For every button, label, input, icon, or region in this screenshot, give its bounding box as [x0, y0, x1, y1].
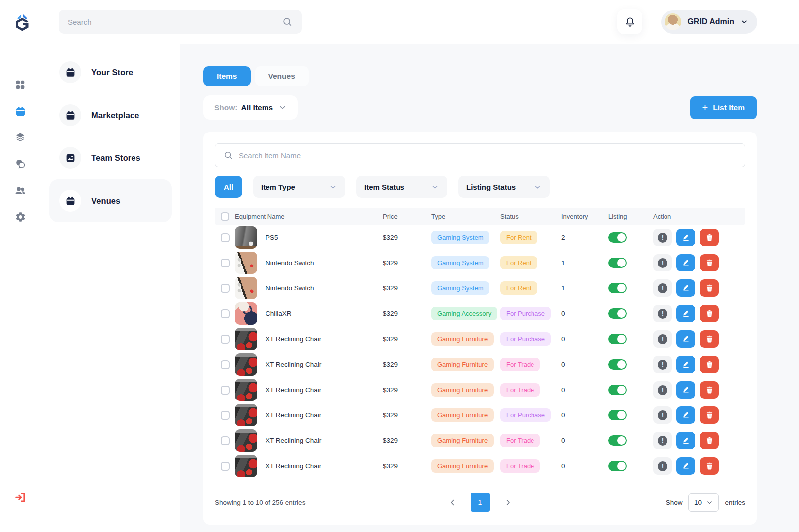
select-all-checkbox[interactable]: [221, 212, 229, 221]
edit-button[interactable]: [676, 406, 695, 424]
filter-item-status-dropdown[interactable]: Item Status: [356, 176, 447, 198]
trash-icon: [705, 284, 714, 292]
listing-toggle[interactable]: [608, 461, 627, 471]
notifications-button[interactable]: [617, 9, 642, 34]
listing-toggle[interactable]: [608, 258, 627, 268]
edit-button[interactable]: [676, 305, 695, 322]
delete-button[interactable]: [700, 279, 719, 297]
delete-button[interactable]: [700, 381, 719, 399]
listing-toggle[interactable]: [608, 283, 627, 293]
row-checkbox[interactable]: [221, 284, 230, 293]
sidebar-item-label: Team Stores: [91, 153, 140, 163]
pagination: 1: [448, 493, 513, 512]
trash-icon: [705, 462, 714, 470]
listing-toggle[interactable]: [608, 435, 627, 446]
edit-button[interactable]: [676, 432, 695, 449]
row-checkbox[interactable]: [221, 462, 230, 471]
edit-button[interactable]: [676, 254, 695, 271]
row-checkbox[interactable]: [221, 309, 230, 318]
exclamation-icon: !: [658, 461, 667, 471]
table-row: XT Reclining Chair $329 Gaming Furniture…: [215, 402, 745, 428]
list-item-button[interactable]: + List Item: [690, 96, 757, 119]
delete-button[interactable]: [700, 356, 719, 373]
row-checkbox[interactable]: [221, 360, 230, 369]
price-cell: $329: [383, 411, 431, 419]
edit-button[interactable]: [676, 457, 695, 475]
type-badge: Gaming System: [431, 231, 489, 244]
edit-button[interactable]: [676, 279, 695, 297]
exclamation-icon: !: [658, 258, 667, 268]
layers-icon[interactable]: [14, 132, 26, 143]
price-cell: $329: [383, 234, 431, 241]
settings-gear-icon[interactable]: [14, 211, 26, 223]
user-menu[interactable]: GRID Admin: [661, 10, 757, 34]
sidebar-item-your-store[interactable]: Your Store: [49, 51, 172, 94]
delete-button[interactable]: [700, 406, 719, 424]
listing-toggle[interactable]: [608, 232, 627, 243]
delete-button[interactable]: [700, 457, 719, 475]
sidebar-item-venues[interactable]: Venues: [49, 179, 172, 222]
info-button[interactable]: !: [653, 330, 672, 348]
edit-button[interactable]: [676, 381, 695, 399]
price-cell: $329: [383, 259, 431, 266]
delete-button[interactable]: [700, 330, 719, 348]
equipment-thumbnail: [235, 404, 257, 426]
listing-toggle[interactable]: [608, 334, 627, 344]
tab-venues[interactable]: Venues: [255, 66, 309, 86]
store-calendar-icon[interactable]: [14, 105, 26, 117]
page-size-label: Show: [666, 499, 683, 506]
col-price: Price: [383, 213, 431, 220]
info-button[interactable]: !: [653, 254, 672, 271]
global-search-input[interactable]: [68, 18, 282, 26]
show-filter-dropdown[interactable]: Show: All Items: [203, 95, 298, 120]
edit-button[interactable]: [676, 356, 695, 373]
info-button[interactable]: !: [653, 381, 672, 399]
row-checkbox[interactable]: [221, 411, 230, 420]
delete-button[interactable]: [700, 229, 719, 246]
chevron-down-icon: [431, 183, 439, 191]
row-checkbox[interactable]: [221, 259, 230, 267]
type-badge: Gaming System: [431, 281, 489, 295]
info-button[interactable]: !: [653, 432, 672, 449]
calendar-icon: [59, 190, 81, 212]
listing-toggle[interactable]: [608, 308, 627, 319]
listing-toggle[interactable]: [608, 410, 627, 420]
trash-icon: [705, 411, 714, 419]
next-page-button[interactable]: [503, 498, 513, 507]
filter-all-button[interactable]: All: [215, 176, 242, 198]
equipment-name: PS5: [266, 234, 278, 241]
item-search-input[interactable]: [239, 151, 737, 160]
row-checkbox[interactable]: [221, 335, 230, 344]
filter-listing-status-dropdown[interactable]: Listing Status: [458, 176, 550, 198]
page-size-select[interactable]: 10: [688, 493, 719, 512]
row-checkbox[interactable]: [221, 436, 230, 445]
listing-toggle[interactable]: [608, 359, 627, 370]
sidebar-item-team-stores[interactable]: Team Stores: [49, 136, 172, 179]
sidebar-item-marketplace[interactable]: Marketplace: [49, 94, 172, 136]
info-button[interactable]: !: [653, 457, 672, 475]
listing-toggle[interactable]: [608, 385, 627, 395]
tab-items[interactable]: Items: [203, 66, 251, 86]
pencil-icon: [682, 360, 690, 369]
info-button[interactable]: !: [653, 229, 672, 246]
row-checkbox[interactable]: [221, 386, 230, 395]
delete-button[interactable]: [700, 254, 719, 271]
logout-icon[interactable]: [14, 491, 26, 503]
page-number[interactable]: 1: [471, 493, 490, 512]
info-button[interactable]: !: [653, 305, 672, 322]
edit-button[interactable]: [676, 229, 695, 246]
prev-page-button[interactable]: [448, 498, 457, 507]
users-icon[interactable]: [14, 184, 26, 196]
edit-button[interactable]: [676, 330, 695, 348]
chat-icon[interactable]: [14, 158, 26, 170]
info-button[interactable]: !: [653, 356, 672, 373]
delete-button[interactable]: [700, 305, 719, 322]
delete-button[interactable]: [700, 432, 719, 449]
filter-item-type-dropdown[interactable]: Item Type: [253, 176, 345, 198]
dashboard-icon[interactable]: [14, 79, 26, 91]
info-button[interactable]: !: [653, 279, 672, 297]
exclamation-icon: !: [658, 360, 667, 370]
info-button[interactable]: !: [653, 406, 672, 424]
table-row: Nintendo Switch $329 Gaming System For R…: [215, 275, 745, 301]
row-checkbox[interactable]: [221, 233, 230, 242]
